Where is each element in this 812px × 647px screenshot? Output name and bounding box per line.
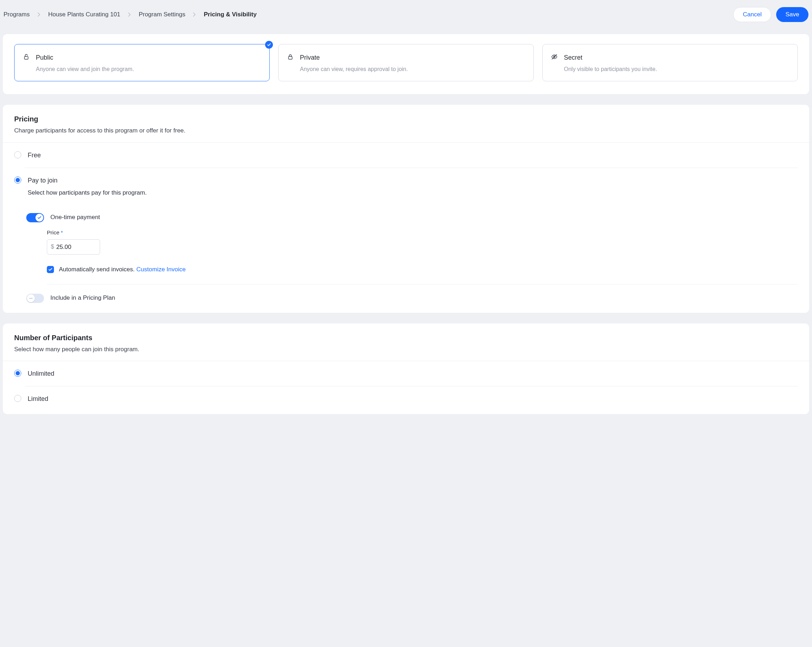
customize-invoice-link[interactable]: Customize Invoice [136, 266, 186, 273]
free-label: Free [28, 151, 798, 160]
visibility-title: Secret [564, 53, 774, 62]
radio-unlimited[interactable] [14, 370, 21, 377]
pay-desc: Select how participants pay for this pro… [28, 188, 798, 197]
chevron-right-icon [193, 12, 196, 17]
radio-limited[interactable] [14, 395, 21, 402]
visibility-desc: Only visible to participants you invite. [564, 65, 774, 73]
pricing-plan-label: Include in a Pricing Plan [50, 294, 115, 303]
participants-option-limited[interactable]: Limited [3, 386, 809, 411]
breadcrumb-programs[interactable]: Programs [3, 10, 30, 19]
radio-pay[interactable] [14, 176, 21, 184]
visibility-title: Public [36, 53, 246, 62]
breadcrumb-program-settings[interactable]: Program Settings [139, 10, 185, 19]
pricing-panel: Pricing Charge participants for access t… [3, 105, 809, 312]
svg-rect-1 [288, 57, 292, 59]
pricing-subtitle: Charge participants for access to this p… [14, 126, 798, 135]
visibility-desc: Anyone can view, requires approval to jo… [300, 65, 510, 73]
breadcrumb: Programs House Plants Curating 101 Progr… [3, 10, 256, 19]
currency-symbol: $ [51, 243, 54, 251]
check-badge-icon [265, 41, 273, 49]
invoice-row: Automatically send invoices. Customize I… [3, 255, 809, 284]
pricing-title: Pricing [14, 114, 798, 124]
header-actions: Cancel Save [733, 7, 809, 22]
checkbox-auto-invoice[interactable] [47, 266, 54, 273]
visibility-desc: Anyone can view and join the program. [36, 65, 246, 73]
header-bar: Programs House Plants Curating 101 Progr… [0, 0, 812, 34]
unlimited-label: Unlimited [28, 369, 798, 378]
pricing-option-free[interactable]: Free [3, 143, 809, 168]
lock-icon [287, 54, 294, 61]
invoice-text: Automatically send invoices. Customize I… [59, 265, 186, 274]
one-time-label: One-time payment [50, 213, 100, 222]
participants-panel: Number of Participants Select how many p… [3, 323, 809, 415]
participants-option-unlimited[interactable]: Unlimited [3, 361, 809, 386]
save-button[interactable]: Save [776, 7, 809, 22]
visibility-card-public[interactable]: Public Anyone can view and join the prog… [14, 44, 270, 81]
visibility-card-private[interactable]: Private Anyone can view, requires approv… [278, 44, 534, 81]
breadcrumb-current: Pricing & Visibility [204, 10, 256, 19]
pricing-plan-row: Include in a Pricing Plan [3, 284, 809, 310]
radio-free[interactable] [14, 151, 21, 158]
visibility-card-secret[interactable]: Secret Only visible to participants you … [542, 44, 798, 81]
price-block: Price* $ [3, 226, 809, 255]
toggle-pricing-plan[interactable] [26, 294, 44, 303]
participants-subtitle: Select how many people can join this pro… [14, 345, 798, 354]
pay-label: Pay to join [28, 176, 798, 185]
price-input-wrapper[interactable]: $ [47, 239, 100, 255]
visibility-panel: Public Anyone can view and join the prog… [3, 34, 809, 94]
visibility-title: Private [300, 53, 510, 62]
toggle-one-time-payment[interactable] [26, 213, 44, 222]
svg-rect-0 [24, 57, 28, 59]
one-time-payment-row: One-time payment [3, 205, 809, 226]
unlock-icon [23, 54, 30, 61]
chevron-right-icon [128, 12, 131, 17]
cancel-button[interactable]: Cancel [733, 7, 771, 22]
price-input[interactable] [56, 243, 96, 251]
eye-off-icon [551, 54, 558, 61]
chevron-right-icon [38, 12, 40, 17]
price-field-label: Price* [47, 229, 798, 237]
limited-label: Limited [28, 394, 798, 404]
breadcrumb-program-name[interactable]: House Plants Curating 101 [48, 10, 120, 19]
participants-title: Number of Participants [14, 333, 798, 343]
pricing-option-pay[interactable]: Pay to join Select how participants pay … [3, 168, 809, 205]
